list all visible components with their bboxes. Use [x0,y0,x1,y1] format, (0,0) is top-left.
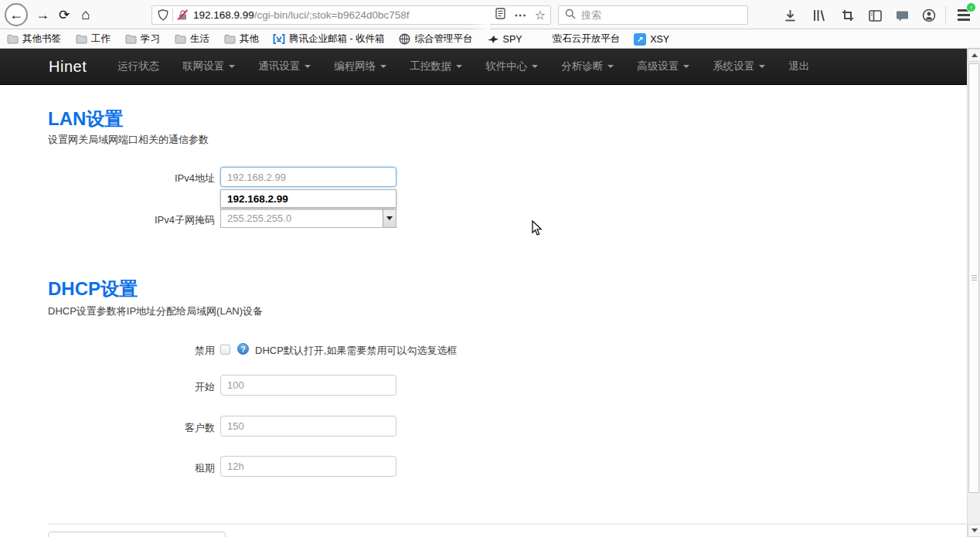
bookmark-star-icon[interactable]: ☆ [530,8,550,22]
site-navbar: Hinet 运行状态 联网设置 通讯设置 编程网络 工控数据 软件中心 分析诊断… [0,49,967,85]
nav-label: 工控数据 [410,59,451,73]
folder-icon [6,33,19,46]
scroll-down-button[interactable] [968,524,980,537]
section-divider [48,523,966,525]
insecure-lock-icon[interactable] [176,9,189,22]
chevron-down-icon [386,216,393,220]
page-actions-icon[interactable]: ⋯ [510,8,530,22]
chevron-down-icon [456,65,462,68]
nav-item-logout[interactable]: 退出 [788,59,809,73]
forward-button[interactable]: → [32,0,53,29]
ipv4-netmask-label: IPv4子网掩码 [48,213,215,227]
ezviz-dots-icon [536,33,549,46]
folder-icon [75,33,87,46]
update-badge-icon: ↑ [966,2,976,12]
dhcp-start-input[interactable] [220,375,396,396]
dhcp-disable-label: 禁用 [48,344,215,358]
bookmark-folder-work[interactable]: 工作 [75,32,111,46]
nav-item-advanced-settings[interactable]: 高级设置 [637,59,689,73]
forward-icon: → [36,7,49,23]
bookmark-mgmt-platform[interactable]: 综合管理平台 [399,32,473,46]
nav-label: 分析诊断 [561,59,603,73]
url-text[interactable]: 192.168.9.99/cgi-bin/luci/;stok=b9624d0b… [193,5,490,25]
dhcp-lease-input[interactable] [220,456,396,477]
bookmark-xsy[interactable]: ↗ XSY [634,33,669,46]
scrollbar-thumb[interactable] [968,63,979,493]
nav-item-diagnostics[interactable]: 分析诊断 [561,59,614,73]
bookmark-label: 工作 [91,32,111,46]
ipv4-address-label: IPv4地址 [48,172,215,185]
home-button[interactable]: ⌂ [76,0,96,29]
bookmark-label: 腾讯企业邮箱 - 收件箱 [289,32,385,46]
back-icon: ← [9,7,23,23]
dhcp-section-title: DHCP设置 [48,277,138,301]
dhcp-clients-input[interactable] [220,416,396,437]
brand-logo[interactable]: Hinet [49,58,87,76]
chevron-down-icon [380,65,386,68]
help-icon[interactable]: ? [237,343,249,355]
bookmark-folder-misc[interactable]: 其他 [223,32,259,46]
vertical-scrollbar[interactable] [967,49,980,537]
nav-item-system-settings[interactable]: 系统设置 [713,59,765,73]
url-path: /cgi-bin/luci/;stok=b9624d0bc758f [254,9,410,21]
nav-item-programming-network[interactable]: 编程网络 [334,59,386,73]
bookmark-label: SPY [503,34,522,45]
bookmark-folder-study[interactable]: 学习 [124,32,160,46]
sidebar-toggle-icon[interactable] [866,7,883,24]
folder-icon [174,33,186,46]
menu-icon[interactable]: ↑ [956,7,973,22]
back-button[interactable]: ← [5,3,28,26]
nav-label: 高级设置 [637,59,679,73]
chevron-down-icon [683,65,689,68]
dhcp-disable-checkbox[interactable] [220,345,230,355]
url-bar[interactable]: 192.168.9.99/cgi-bin/luci/;stok=b9624d0b… [151,5,551,25]
lan-section-subtitle: 设置网关局域网端口相关的通信参数 [48,133,209,147]
ipv4-address-input[interactable] [220,167,396,187]
browser-toolbar: ← → ⟳ ⌂ 192.168.9.99/cgi-bin/luci/;stok=… [0,0,980,29]
dhcp-section-subtitle: DHCP设置参数将IP地址分配给局域网(LAN)设备 [48,304,263,318]
chevron-down-icon [229,65,235,68]
ipv4-autocomplete-suggestion[interactable]: 192.168.2.99 [220,189,396,208]
menu-bar [958,14,970,16]
reload-button[interactable]: ⟳ [54,0,74,29]
ipv4-netmask-select[interactable]: 255.255.255.0 [220,209,396,228]
reader-mode-icon[interactable] [490,8,510,22]
dhcp-start-label: 开始 [48,380,215,394]
bookmark-exmail[interactable]: 腾讯企业邮箱 - 收件箱 [273,32,385,46]
nav-item-comm-settings[interactable]: 通讯设置 [258,59,311,73]
bookmark-label: 生活 [190,32,209,46]
dhcp-lease-label: 租期 [48,461,215,475]
nav-item-industrial-data[interactable]: 工控数据 [410,59,462,73]
folder-icon [124,33,137,46]
search-icon [565,8,576,22]
downloads-icon[interactable] [781,7,798,24]
bookmark-label: 综合管理平台 [415,32,473,46]
nav-item-status[interactable]: 运行状态 [117,59,159,73]
select-dropdown-button[interactable] [383,209,396,227]
library-icon[interactable] [811,7,828,24]
arrow-up-icon [971,53,978,57]
bookmarks-bar: 其他书签 工作 学习 生活 其他 腾讯企业邮箱 - 收件箱 综合管理平台 SP [0,30,980,49]
search-bar[interactable] [558,5,748,25]
bookmark-ezviz[interactable]: 萤石云开放平台 [536,32,621,46]
comment-icon[interactable] [893,7,910,24]
nav-item-network-settings[interactable]: 联网设置 [182,59,235,73]
arrow-down-icon [971,529,978,532]
tracking-shield-icon[interactable] [157,9,169,22]
bookmark-folder-life[interactable]: 生活 [174,32,209,46]
bookmark-spy[interactable]: SPY [487,33,522,46]
search-input[interactable] [581,9,747,21]
screenshot-icon[interactable] [839,7,856,24]
bookmark-label: XSY [650,34,669,45]
bookmark-folder-other-bookmarks[interactable]: 其他书签 [6,32,61,46]
spy-icon [487,33,499,46]
netmask-selected-value: 255.255.255.0 [221,212,383,224]
bookmark-label: 萤石云开放平台 [553,32,621,46]
chevron-down-icon [532,65,538,68]
menu-bar [958,19,970,21]
nav-item-software-center[interactable]: 软件中心 [485,59,538,73]
reload-icon: ⟳ [59,7,70,23]
scroll-up-button[interactable] [968,49,980,62]
account-icon[interactable] [920,7,937,24]
nav-label: 系统设置 [713,59,754,73]
